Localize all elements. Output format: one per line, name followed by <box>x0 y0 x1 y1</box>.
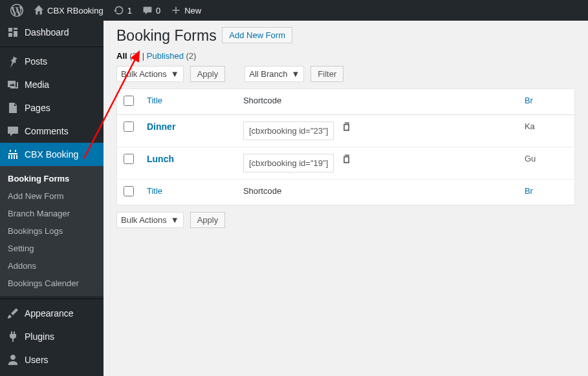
select-all-header <box>117 89 141 115</box>
row-checkbox[interactable] <box>124 121 134 132</box>
comments-link[interactable]: 0 <box>137 5 166 16</box>
select-all-checkbox[interactable] <box>124 96 134 106</box>
filter-published[interactable]: Published <box>147 51 184 61</box>
chevron-down-icon: ▼ <box>171 69 179 79</box>
apply-button[interactable]: Apply <box>190 66 226 82</box>
select-all-checkbox-foot[interactable] <box>124 186 134 196</box>
menu-label: Plugins <box>25 331 54 342</box>
add-new-button[interactable]: Add New Form <box>222 27 292 43</box>
chevron-down-icon: ▼ <box>171 215 179 225</box>
bulk-label: Bulk Actions <box>121 69 167 79</box>
submenu-branch-manager[interactable]: Branch Manager <box>0 205 103 222</box>
branch-select[interactable]: All Branch ▼ <box>245 66 304 82</box>
home-icon <box>34 5 44 16</box>
comment-icon <box>6 125 19 138</box>
apply-button-bottom[interactable]: Apply <box>190 212 226 228</box>
col-shortcode-foot: Shortcode <box>237 180 518 205</box>
update-icon <box>114 5 124 16</box>
menu-label: Comments <box>25 126 69 136</box>
top-actions: Bulk Actions ▼ Apply All Branch ▼ Filter <box>116 66 575 82</box>
row-checkbox[interactable] <box>124 154 134 164</box>
user-icon <box>6 353 19 366</box>
site-link[interactable]: CBX RBooking <box>28 5 109 16</box>
filter-all[interactable]: All <box>116 51 127 61</box>
menu-media[interactable]: Media <box>0 73 103 96</box>
updates-link[interactable]: 1 <box>109 5 137 16</box>
menu-label: Media <box>25 79 49 90</box>
media-icon <box>6 78 19 91</box>
plugin-icon <box>6 330 19 343</box>
submenu-addons[interactable]: Addons <box>0 257 103 275</box>
admin-sidebar: Dashboard Posts Media Pages Comments CBX… <box>0 21 103 376</box>
menu-label: Pages <box>25 103 50 113</box>
bulk-actions-select[interactable]: Bulk Actions ▼ <box>116 66 184 82</box>
chevron-down-icon: ▼ <box>291 69 299 79</box>
menu-label: Appearance <box>25 308 74 319</box>
filter-published-count: (2) <box>186 51 197 61</box>
submenu-cbx: Booking Forms Add New Form Branch Manage… <box>0 166 103 296</box>
menu-label: CBX Booking <box>25 149 78 160</box>
row-title-link[interactable]: Lunch <box>147 154 174 164</box>
submenu-booking-forms[interactable]: Booking Forms <box>0 170 103 187</box>
menu-dashboard[interactable]: Dashboard <box>0 21 103 44</box>
submenu-bookings-logs[interactable]: Bookings Logs <box>0 222 103 240</box>
comments-count: 0 <box>156 6 160 16</box>
menu-pages[interactable]: Pages <box>0 96 103 120</box>
page-title: Booking Forms <box>116 27 217 45</box>
row-branch: Gu <box>518 147 575 180</box>
copy-icon[interactable] <box>342 121 352 134</box>
filter-links: All (2) | Published (2) <box>116 51 575 61</box>
col-branch[interactable]: Br <box>518 89 575 115</box>
brush-icon <box>6 307 19 320</box>
col-title[interactable]: Title <box>140 89 237 115</box>
new-link[interactable]: New <box>166 5 206 16</box>
col-title-foot[interactable]: Title <box>140 180 237 205</box>
main-content: Booking Forms Add New Form All (2) | Pub… <box>103 21 588 376</box>
menu-plugins[interactable]: Plugins <box>0 325 103 348</box>
menu-label: Dashboard <box>25 27 69 37</box>
submenu-setting[interactable]: Setting <box>0 240 103 257</box>
menu-label: Users <box>25 355 49 365</box>
table-row: Dinner [cbxrbooking id="23"] Ka <box>117 115 575 147</box>
admin-toolbar: CBX RBooking 1 0 New <box>0 0 588 21</box>
row-title-link[interactable]: Dinner <box>147 121 175 132</box>
shortcode-box[interactable]: [cbxrbooking id="23"] <box>243 121 334 140</box>
pages-icon <box>6 101 19 114</box>
wp-logo[interactable] <box>5 4 28 17</box>
table-row: Lunch [cbxrbooking id="19"] Gu <box>117 147 575 180</box>
bulk-label: Bulk Actions <box>121 215 167 225</box>
plus-icon <box>171 5 181 16</box>
menu-comments[interactable]: Comments <box>0 120 103 143</box>
menu-label: Posts <box>25 56 47 67</box>
filter-sep: | <box>142 51 147 61</box>
submenu-add-new-form[interactable]: Add New Form <box>0 187 103 205</box>
forms-table: Title Shortcode Br Dinner [cbxrbooking i… <box>116 89 575 205</box>
bottom-actions: Bulk Actions ▼ Apply <box>116 212 575 228</box>
row-branch: Ka <box>518 115 575 147</box>
pin-icon <box>6 55 19 68</box>
bulk-actions-select-bottom[interactable]: Bulk Actions ▼ <box>116 212 184 228</box>
menu-users[interactable]: Users <box>0 348 103 371</box>
new-label: New <box>184 6 201 16</box>
filter-all-count: (2) <box>129 51 140 61</box>
site-name: CBX RBooking <box>47 6 103 16</box>
updates-count: 1 <box>127 6 132 16</box>
booking-icon <box>6 148 19 161</box>
col-branch-foot[interactable]: Br <box>518 180 575 205</box>
filter-button[interactable]: Filter <box>310 66 343 82</box>
dashboard-icon <box>6 26 19 39</box>
shortcode-box[interactable]: [cbxrbooking id="19"] <box>243 154 334 172</box>
menu-appearance[interactable]: Appearance <box>0 302 103 325</box>
menu-posts[interactable]: Posts <box>0 50 103 73</box>
branch-label: All Branch <box>249 69 287 79</box>
menu-cbx-booking[interactable]: CBX Booking <box>0 143 103 166</box>
comment-icon <box>142 5 153 16</box>
copy-icon[interactable] <box>342 154 352 166</box>
col-shortcode: Shortcode <box>237 89 518 115</box>
submenu-bookings-calender[interactable]: Bookings Calender <box>0 275 103 292</box>
